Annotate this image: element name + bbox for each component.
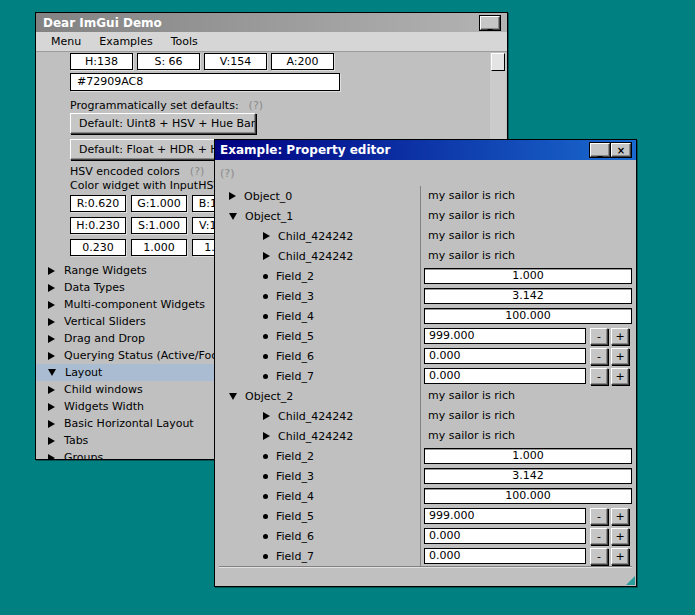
collapse-button[interactable]: _ [590,143,610,157]
tree-item-label: Range Widgets [64,264,147,277]
menu-item[interactable]: Examples [90,33,161,50]
tree-node[interactable]: Child_424242 [215,246,353,266]
bullet-icon [263,354,268,359]
tree-node[interactable]: Field_5 [215,506,314,526]
value-text: my sailor is rich [428,389,515,402]
property-row: Field_4 100.000 100.000 100.000 - + [215,486,636,506]
decrement-button[interactable]: - [590,528,608,545]
node-label: Field_5 [276,510,314,523]
chevron-right-icon [48,284,55,292]
scrollbar-grab[interactable] [491,53,505,71]
hsva-input[interactable]: V:154 [204,53,267,70]
tree-node[interactable]: Field_3 [215,466,314,486]
chevron-right-icon [263,252,270,260]
value-text: my sailor is rich [428,249,515,262]
value-input[interactable]: 1.000 [424,268,632,284]
rgb-input[interactable]: R:0.620 [70,195,126,212]
increment-button[interactable]: + [611,508,629,525]
value-input[interactable]: 3.142 [424,468,632,484]
drag-input[interactable]: 999.000 [424,328,586,344]
chevron-right-icon [229,192,236,200]
raw-input[interactable]: 1.000 [131,239,187,256]
rgb-input[interactable]: G:1.000 [131,195,187,212]
node-label: Object_0 [244,190,292,203]
drag-input[interactable]: 0.000 [424,368,586,384]
increment-button[interactable]: + [611,328,629,345]
node-label: Child_424242 [278,250,353,263]
close-button[interactable]: × [611,143,631,157]
value-input[interactable]: 1.000 [424,448,632,464]
node-label: Field_7 [276,550,314,563]
tree-node[interactable]: Object_0 [215,186,292,206]
bullet-icon [263,534,268,539]
property-row: Field_7 0.000 0.000 0.000 - + [215,546,636,566]
raw-input[interactable]: 0.230 [70,239,126,256]
tree-node[interactable]: Field_6 [215,526,314,546]
increment-button[interactable]: + [611,368,629,385]
chevron-right-icon [48,420,55,428]
property-editor-titlebar[interactable]: Example: Property editor [215,140,636,160]
tree-item-label: Widgets Width [64,400,144,413]
hsv-encoded-label-row: HSV encoded colors(?) [70,165,204,178]
drag-input[interactable]: 999.000 [424,508,586,524]
desktop: { "colors": { "desktop": "#008080", "win… [0,0,695,615]
chevron-right-icon [48,318,55,326]
node-label: Field_2 [276,450,314,463]
increment-button[interactable]: + [611,548,629,565]
collapse-button[interactable]: _ [480,16,500,30]
tree-node[interactable]: Object_1 [215,206,293,226]
menu-item[interactable]: Menu [42,33,90,50]
bullet-icon [263,554,268,559]
tree-node[interactable]: Field_2 [215,446,314,466]
property-row: Child_424242 my sailor is rich my sailor… [215,226,636,246]
property-row: Child_424242 my sailor is rich my sailor… [215,246,636,266]
tree-node[interactable]: Field_7 [215,366,314,386]
tree-node[interactable]: Field_4 [215,486,314,506]
resize-grip-icon[interactable] [626,576,635,585]
bullet-icon [263,494,268,499]
tree-node[interactable]: Field_4 [215,306,314,326]
node-label: Field_6 [276,530,314,543]
tree-node[interactable]: Child_424242 [215,426,353,446]
decrement-button[interactable]: - [590,348,608,365]
help-marker: (?) [249,99,263,112]
drag-input[interactable]: 0.000 [424,548,586,564]
value-input[interactable]: 100.000 [424,488,632,504]
drag-input[interactable]: 0.000 [424,348,586,364]
node-label: Field_5 [276,330,314,343]
node-label: Object_2 [245,390,293,403]
tree-item-label: Vertical Sliders [64,315,146,328]
increment-button[interactable]: + [611,348,629,365]
menu-item[interactable]: Tools [162,33,207,50]
tree-node[interactable]: Field_5 [215,326,314,346]
hsv-input[interactable]: H:0.230 [70,217,126,234]
tree-node[interactable]: Field_7 [215,546,314,566]
tree-node[interactable]: Field_6 [215,346,314,366]
hsv-input[interactable]: S:1.000 [131,217,187,234]
increment-button[interactable]: + [611,528,629,545]
demo-window-title: Dear ImGui Demo [43,16,162,30]
value-input[interactable]: 100.000 [424,308,632,324]
tree-node[interactable]: Field_2 [215,266,314,286]
hsva-input[interactable]: S: 66 [137,53,200,70]
tree-node[interactable]: Child_424242 [215,406,353,426]
tree-node[interactable]: Field_3 [215,286,314,306]
column-divider[interactable] [420,186,421,566]
decrement-button[interactable]: - [590,368,608,385]
decrement-button[interactable]: - [590,548,608,565]
node-label: Field_7 [276,370,314,383]
tree-item-label: Multi-component Widgets [64,298,205,311]
property-row: Field_5 999.000 999.000 999.000 - + [215,326,636,346]
hsva-input[interactable]: A:200 [271,53,334,70]
hex-input[interactable]: #72909AC8 [70,73,340,91]
tree-item-label: Data Types [64,281,125,294]
decrement-button[interactable]: - [590,508,608,525]
decrement-button[interactable]: - [590,328,608,345]
default-uint8-button[interactable]: Default: Uint8 + HSV + Hue Bar [70,113,256,134]
tree-node[interactable]: Object_2 [215,386,293,406]
drag-input[interactable]: 0.000 [424,528,586,544]
value-input[interactable]: 3.142 [424,288,632,304]
demo-titlebar[interactable]: Dear ImGui Demo [36,13,507,32]
hsva-input[interactable]: H:138 [70,53,133,70]
tree-node[interactable]: Child_424242 [215,226,353,246]
